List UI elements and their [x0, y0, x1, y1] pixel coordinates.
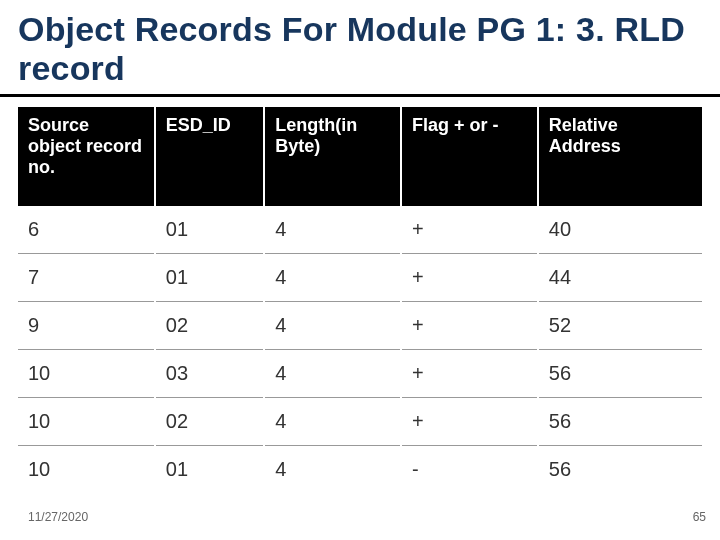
- cell: 56: [538, 350, 702, 398]
- cell: 01: [155, 254, 264, 302]
- cell: 4: [264, 302, 401, 350]
- table-row: 10 01 4 - 56: [18, 446, 702, 494]
- cell: 4: [264, 206, 401, 254]
- table-row: 7 01 4 + 44: [18, 254, 702, 302]
- cell: 52: [538, 302, 702, 350]
- cell: 10: [18, 398, 155, 446]
- cell: 02: [155, 302, 264, 350]
- rld-table: Source object record no. ESD_ID Length(i…: [18, 107, 702, 493]
- footer-page: 65: [693, 510, 706, 524]
- table-row: 10 03 4 + 56: [18, 350, 702, 398]
- footer-date: 11/27/2020: [28, 510, 88, 524]
- cell: 4: [264, 398, 401, 446]
- cell: 56: [538, 398, 702, 446]
- slide: Object Records For Module PG 1: 3. RLD r…: [0, 0, 720, 540]
- cell: 56: [538, 446, 702, 494]
- cell: 03: [155, 350, 264, 398]
- cell: 40: [538, 206, 702, 254]
- cell: +: [401, 206, 538, 254]
- cell: -: [401, 446, 538, 494]
- cell: +: [401, 302, 538, 350]
- cell: 44: [538, 254, 702, 302]
- cell: +: [401, 398, 538, 446]
- table-row: 9 02 4 + 52: [18, 302, 702, 350]
- cell: 9: [18, 302, 155, 350]
- cell: 10: [18, 446, 155, 494]
- col-length: Length(in Byte): [264, 107, 401, 206]
- cell: 02: [155, 398, 264, 446]
- cell: 7: [18, 254, 155, 302]
- col-esdid: ESD_ID: [155, 107, 264, 206]
- cell: 4: [264, 350, 401, 398]
- cell: 4: [264, 446, 401, 494]
- slide-title: Object Records For Module PG 1: 3. RLD r…: [18, 10, 702, 88]
- table-container: Source object record no. ESD_ID Length(i…: [0, 97, 720, 493]
- col-source: Source object record no.: [18, 107, 155, 206]
- cell: 6: [18, 206, 155, 254]
- col-flag: Flag + or -: [401, 107, 538, 206]
- title-block: Object Records For Module PG 1: 3. RLD r…: [0, 0, 720, 97]
- cell: 10: [18, 350, 155, 398]
- cell: 01: [155, 206, 264, 254]
- cell: +: [401, 254, 538, 302]
- table-row: 10 02 4 + 56: [18, 398, 702, 446]
- table-row: 6 01 4 + 40: [18, 206, 702, 254]
- cell: +: [401, 350, 538, 398]
- cell: 01: [155, 446, 264, 494]
- col-reladdr: Relative Address: [538, 107, 702, 206]
- table-header-row: Source object record no. ESD_ID Length(i…: [18, 107, 702, 206]
- cell: 4: [264, 254, 401, 302]
